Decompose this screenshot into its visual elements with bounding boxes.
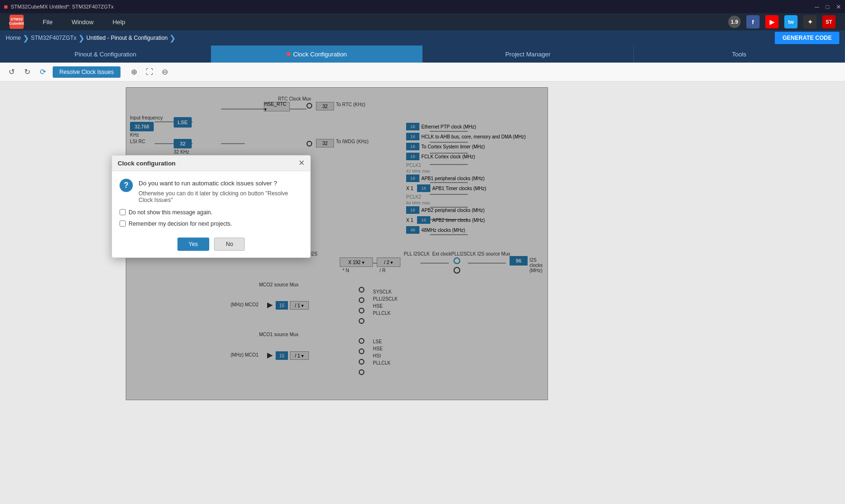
i2s-mux-label: I2S source Mux xyxy=(477,251,510,257)
pllclk-mco2-label: PLLCLK xyxy=(373,311,390,316)
no-button[interactable]: No xyxy=(214,238,245,251)
main-content: Input frequency 32.768 KHz LSE LSI RC 32… xyxy=(0,82,845,504)
breadcrumb-home[interactable]: Home xyxy=(6,35,21,41)
plli2sclk2-label: PLLI2SCLK xyxy=(451,251,476,257)
tab-project-label: Project Manager xyxy=(505,51,550,58)
x192-divider[interactable]: X 192 ▾ xyxy=(340,257,373,267)
resolve-clock-button[interactable]: Resolve Clock Issues xyxy=(53,66,121,78)
maximize-button[interactable]: □ xyxy=(826,3,829,10)
lsi-block: 32 xyxy=(174,139,192,148)
fclk-value: 16 xyxy=(406,153,419,160)
settings-icon[interactable]: 1.9 xyxy=(728,16,741,28)
titlebar-controls: ─ □ ✕ xyxy=(815,3,841,10)
tab-clock[interactable]: Clock Configuration xyxy=(211,46,422,63)
mco2-val: 16 xyxy=(276,301,288,310)
zoom-controls: ⊕ ⛶ ⊖ xyxy=(128,65,171,78)
tab-tools[interactable]: Tools xyxy=(634,46,845,63)
facebook-icon[interactable]: f xyxy=(746,15,760,28)
apb2-timer-value: 16 xyxy=(417,216,430,224)
apb2-periph-label: APB2 peripheral clocks (MHz) xyxy=(421,208,484,213)
breadcrumb: Home ❯ STM32F407ZGTx ❯ Untitled - Pinout… xyxy=(0,30,845,46)
dialog-text-block: Do you want to run automatic clock issue… xyxy=(139,179,303,203)
fit-button[interactable]: ⛶ xyxy=(143,65,156,78)
mhz-mco1-label: (MHz) MCO1 xyxy=(231,352,259,357)
dialog-close-button[interactable]: ✕ xyxy=(298,159,305,167)
apb2-periph-value: 16 xyxy=(406,206,419,214)
plli2s-circle1 xyxy=(454,257,460,264)
hse-mco2-label: HSE xyxy=(373,303,383,309)
yes-button[interactable]: Yes xyxy=(177,238,210,251)
menu-file[interactable]: File xyxy=(43,18,53,26)
minimize-button[interactable]: ─ xyxy=(815,3,819,10)
breadcrumb-device[interactable]: STM32F407ZGTx xyxy=(31,35,76,41)
no-show-checkbox[interactable] xyxy=(120,209,126,215)
remember-label: Remember my decision for next projects. xyxy=(129,220,232,227)
clock-config-dialog: Clock configuration ✕ ? Do you want to r… xyxy=(111,155,311,258)
rtc-mux-label: RTC Clock Mux xyxy=(278,96,311,101)
remember-checkbox[interactable] xyxy=(120,220,126,227)
generate-code-button[interactable]: GENERATE CODE xyxy=(775,32,839,44)
cortex-timer-label: To Cortex System timer (MHz) xyxy=(421,144,485,149)
lse-mco1-label: LSE xyxy=(373,339,382,344)
tabbar: Pinout & Configuration Clock Configurati… xyxy=(0,46,845,63)
mco1-div[interactable]: / 1 ▾ xyxy=(290,351,309,360)
iwdg-label: To IWDG (KHz) xyxy=(336,139,369,144)
dialog-checkbox2-row: Remember my decision for next projects. xyxy=(120,220,303,227)
48mhz-value: 48 xyxy=(406,226,419,234)
pclk2-label: PCLK2 xyxy=(406,194,544,200)
menu-help[interactable]: Help xyxy=(112,18,125,26)
dialog-header: Clock configuration ✕ xyxy=(112,156,310,171)
close-button[interactable]: ✕ xyxy=(836,3,841,10)
mco2-div[interactable]: / 1 ▾ xyxy=(290,301,309,310)
mco1-val: 16 xyxy=(276,351,288,360)
n-label: * N xyxy=(343,268,349,273)
refresh-button[interactable]: ⟳ xyxy=(37,65,49,78)
dialog-body: ? Do you want to run automatic clock iss… xyxy=(112,171,310,233)
mco1-arrow xyxy=(266,352,274,359)
lsi-mux-circle xyxy=(306,141,312,147)
eth-ptp-label: Ethernet PTP clock (MHz) xyxy=(421,124,476,129)
extclk-label: Ext clock xyxy=(432,251,451,257)
mco2-mux-circles xyxy=(359,287,364,324)
zoom-out-button[interactable]: ⊖ xyxy=(159,65,171,78)
tab-project[interactable]: Project Manager xyxy=(423,46,634,63)
mco2-arrow xyxy=(266,302,274,309)
titlebar-left: ■ STM32CubeMX Untitled*: STM32F407ZGTx xyxy=(4,3,114,10)
input-freq-label1: Input frequency xyxy=(130,115,163,120)
tab-pinout[interactable]: Pinout & Configuration xyxy=(0,46,211,63)
youtube-icon[interactable]: ▶ xyxy=(765,15,779,28)
tab-tools-label: Tools xyxy=(732,51,746,58)
apb1-timer-label: APB1 Timer clocks (MHz) xyxy=(432,186,486,191)
question-icon: ? xyxy=(120,179,133,192)
twitter-icon[interactable]: tw xyxy=(784,15,798,28)
hclk-label: HCLK to AHB bus, core, memory and DMA (M… xyxy=(421,134,526,139)
app-brand: STM32CubeMX xyxy=(9,15,24,29)
breadcrumb-arrow2: ❯ xyxy=(78,34,84,43)
network-icon[interactable]: ✦ xyxy=(803,15,817,28)
lse-value-box: 32.768 xyxy=(130,122,154,131)
breadcrumb-arrow3: ❯ xyxy=(169,34,176,43)
undo-button[interactable]: ↺ xyxy=(6,65,18,78)
redo-button[interactable]: ↻ xyxy=(21,65,33,78)
dialog-title: Clock configuration xyxy=(118,160,176,167)
pclk1-label: PCLK1 xyxy=(406,163,544,168)
svg-marker-23 xyxy=(267,353,273,358)
fclk-label: FCLK Cortex clock (MHz) xyxy=(421,154,475,159)
i2s-value-box: 96 xyxy=(510,256,528,266)
menu-window[interactable]: Window xyxy=(72,18,93,26)
st-icon[interactable]: ST xyxy=(822,15,836,28)
div2-divider[interactable]: / 2 ▾ xyxy=(377,257,400,267)
mco1-mux-label: MCO1 source Mux xyxy=(259,332,298,337)
hse-mco1-label: HSE xyxy=(373,346,383,351)
eth-ptp-value: 16 xyxy=(406,123,419,130)
hse-rtc-divider[interactable]: HSE_RTC ▾ xyxy=(264,102,290,111)
titlebar: ■ STM32CubeMX Untitled*: STM32F407ZGTx ─… xyxy=(0,0,845,13)
breadcrumb-arrow1: ❯ xyxy=(23,34,29,43)
apb2-timer-label: APB2 timer clocks (MHz) xyxy=(432,218,485,223)
output-section: 16 Ethernet PTP clock (MHz) 16 HCLK to A… xyxy=(406,123,544,236)
apb1-max-label: 42 MHz max xyxy=(406,169,430,174)
zoom-in-button[interactable]: ⊕ xyxy=(128,65,140,78)
apb1-periph-label: APB1 peripheral clocks (MHz) xyxy=(421,176,484,181)
x1-label2: X 1 xyxy=(406,218,413,223)
plli2sclk-mco-label: PLLI2SCLK xyxy=(373,296,398,302)
